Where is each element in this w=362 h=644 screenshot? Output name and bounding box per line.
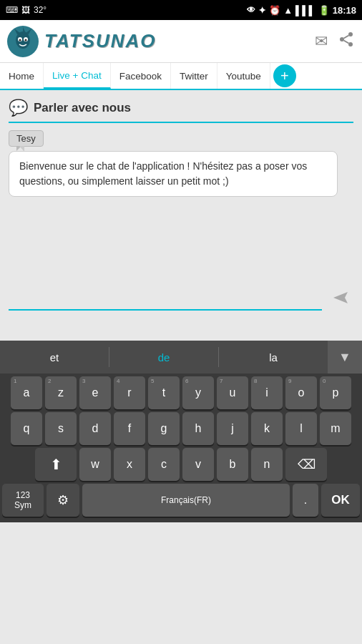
autocomplete-word-3[interactable]: la (219, 341, 328, 374)
tab-live-chat[interactable]: Live + Chat (44, 63, 111, 89)
key-m[interactable]: m (320, 412, 351, 445)
svg-point-9 (348, 32, 353, 36)
key-q[interactable]: q (11, 412, 42, 445)
key-o[interactable]: 9o (285, 376, 317, 409)
key-s[interactable]: s (45, 412, 77, 445)
key-w[interactable]: w (79, 448, 111, 481)
add-tab-button[interactable]: + (273, 64, 296, 87)
shift-key[interactable]: ⬆ (35, 448, 77, 481)
logo-area: TATSUNAO (7, 26, 157, 57)
key-r[interactable]: 4r (114, 376, 145, 409)
image-icon: 🖼 (21, 5, 30, 15)
key-t[interactable]: 5t (148, 376, 180, 409)
key-j[interactable]: j (217, 412, 248, 445)
svg-point-10 (340, 37, 344, 42)
key-n[interactable]: n (251, 448, 283, 481)
key-i[interactable]: 8i (251, 376, 283, 409)
key-b[interactable]: b (217, 448, 248, 481)
ok-key[interactable]: OK (321, 484, 360, 517)
key-c[interactable]: c (148, 448, 180, 481)
svg-point-11 (348, 42, 353, 47)
logo-avatar (7, 26, 39, 57)
keyboard-row-4: 123Sym ⚙ Français(FR) . OK (2, 484, 360, 517)
settings-key[interactable]: ⚙ (47, 484, 79, 517)
key-d[interactable]: d (79, 412, 111, 445)
chat-area: 💬 Parler avec nous Tesy Bienvenue sur le… (0, 90, 362, 276)
keyboard: 1a 2z 3e 4r 5t 6y 7u 8i 9o 0p q s d f g … (0, 374, 362, 522)
status-left: ⌨ 🖼 32° (6, 5, 47, 15)
header-icons: ✉ (315, 31, 355, 52)
svg-line-12 (344, 40, 349, 43)
bluetooth-icon: ✦ (258, 5, 266, 16)
alarm-icon: ⏰ (269, 5, 280, 16)
svg-line-13 (344, 35, 349, 38)
tab-home[interactable]: Home (0, 63, 44, 89)
svg-marker-14 (333, 292, 348, 303)
chat-bubble-icon: 💬 (9, 99, 28, 117)
message-bubble: Bienvenue sur le chat de l'application !… (9, 151, 338, 197)
tab-twitter[interactable]: Twitter (171, 63, 217, 89)
message-sender: Tesy (9, 130, 44, 147)
keyboard-row-1: 1a 2z 3e 4r 5t 6y 7u 8i 9o 0p (2, 376, 360, 409)
key-f[interactable]: f (114, 412, 145, 445)
share-icon[interactable] (338, 31, 355, 52)
autocomplete-bar: et de la ▼ (0, 341, 362, 374)
key-p[interactable]: 0p (320, 376, 351, 409)
key-a[interactable]: 1a (11, 376, 42, 409)
eye-icon: 👁 (247, 5, 255, 15)
app-header: TATSUNAO ✉ (0, 20, 362, 63)
space-key[interactable]: Français(FR) (82, 484, 290, 517)
temp-display: 32° (34, 5, 47, 15)
key-z[interactable]: 2z (45, 376, 77, 409)
svg-point-8 (25, 39, 27, 41)
autocomplete-word-2[interactable]: de (109, 341, 218, 374)
logo-text: TATSUNAO (44, 30, 157, 52)
battery-icon: 🔋 (318, 5, 330, 16)
keyboard-row-2: q s d f g h j k l m (2, 412, 360, 445)
signal-icon: ▌▌▌ (295, 5, 315, 16)
chat-title-row: 💬 Parler avec nous (9, 99, 353, 123)
wifi-icon: ▲ (283, 5, 293, 16)
input-area (9, 285, 353, 315)
autocomplete-collapse-button[interactable]: ▼ (328, 341, 362, 374)
keyboard-icon: ⌨ (6, 5, 18, 15)
svg-point-7 (19, 39, 21, 41)
backspace-key[interactable]: ⌫ (285, 448, 327, 481)
status-bar: ⌨ 🖼 32° 👁 ✦ ⏰ ▲ ▌▌▌ 🔋 18:18 (0, 0, 362, 20)
tab-facebook[interactable]: Facebook (111, 63, 171, 89)
key-x[interactable]: x (114, 448, 145, 481)
key-u[interactable]: 7u (217, 376, 248, 409)
key-k[interactable]: k (251, 412, 283, 445)
mail-icon[interactable]: ✉ (315, 32, 328, 51)
chat-input[interactable] (9, 289, 322, 311)
key-v[interactable]: v (182, 448, 214, 481)
period-key[interactable]: . (293, 484, 318, 517)
key-h[interactable]: h (182, 412, 214, 445)
key-e[interactable]: 3e (79, 376, 111, 409)
tab-youtube[interactable]: Youtube (217, 63, 270, 89)
chat-title: Parler avec nous (34, 101, 131, 115)
send-button[interactable] (328, 285, 353, 315)
key-y[interactable]: 6y (182, 376, 214, 409)
key-g[interactable]: g (148, 412, 180, 445)
time-display: 18:18 (333, 5, 356, 16)
key-l[interactable]: l (285, 412, 317, 445)
status-right: 👁 ✦ ⏰ ▲ ▌▌▌ 🔋 18:18 (247, 5, 356, 16)
autocomplete-word-1[interactable]: et (0, 341, 109, 374)
keyboard-row-3: ⬆ w x c v b n ⌫ (2, 448, 360, 481)
sym-123-key[interactable]: 123Sym (2, 484, 44, 517)
nav-tabs: Home Live + Chat Facebook Twitter Youtub… (0, 63, 362, 90)
